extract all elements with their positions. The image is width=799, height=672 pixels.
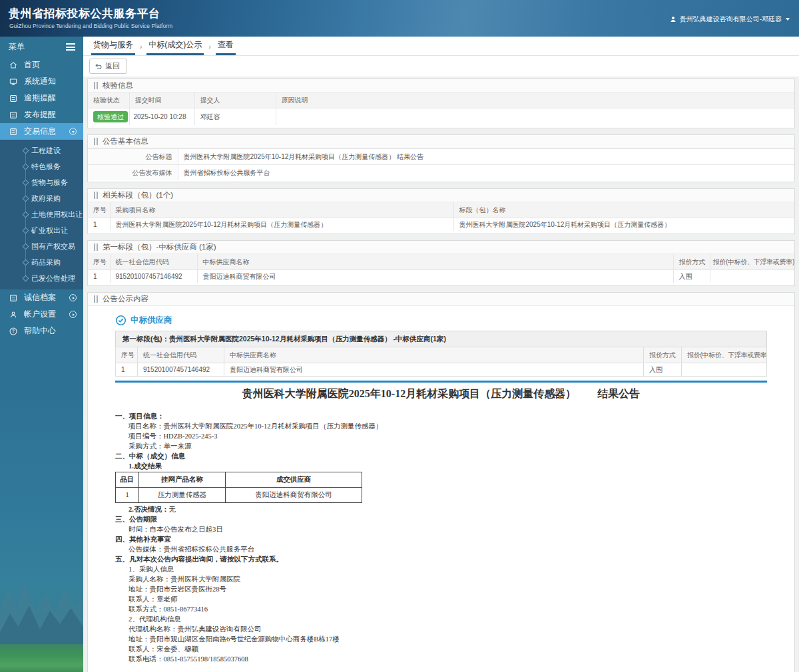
col-header: 提交人 xyxy=(194,92,276,108)
col-header: 挂网产品名称 xyxy=(139,472,226,488)
user-menu[interactable]: 贵州弘典建设咨询有限公司-邓廷容 xyxy=(669,15,790,24)
col-header: 报价(中标价、下浮率或费率) xyxy=(682,347,767,363)
doc-line: 1.成交结果 xyxy=(129,461,767,471)
document-icon xyxy=(9,127,18,136)
doc-lines-a: 一、项目信息：项目名称：贵州医科大学附属医院2025年10-12月耗材采购项目（… xyxy=(115,411,767,471)
submenu-item[interactable]: 政府采购 xyxy=(0,190,83,206)
row-index: 1 xyxy=(88,218,110,232)
supplier-name: 贵阳迈迪科商贸有限公司 xyxy=(197,270,673,283)
section-marker-icon xyxy=(94,295,98,303)
user-name: 贵州弘典建设咨询有限公司-邓廷容 xyxy=(680,15,782,24)
sidebar-item-overdue[interactable]: 逾期提醒 xyxy=(0,90,83,106)
table-row: 核验通过 2025-10-20 10:28 邓廷容 xyxy=(88,108,794,126)
main-area: 货物与服务 › 中标(成交)公示 › 查看 返回 核验信息 核验状态 提交时间 … xyxy=(83,37,799,672)
submenu-item[interactable]: 药品采购 xyxy=(0,254,83,270)
col-header: 序号 xyxy=(116,347,138,363)
col-header: 中标供应商名称 xyxy=(224,347,644,363)
sidebar-item-label: 帮助中心 xyxy=(24,325,56,337)
supplier-name: 贵阳迈迪科商贸有限公司 xyxy=(224,363,644,377)
submit-time: 2025-10-20 10:28 xyxy=(129,108,194,126)
doc-line: 采购方式：单一来源 xyxy=(129,441,767,451)
sidebar-item-credit[interactable]: 诚信档案 xyxy=(0,289,83,306)
item-no: 1 xyxy=(116,488,139,503)
submenu-item[interactable]: 工程建设 xyxy=(0,142,83,158)
col-header: 序号 xyxy=(88,254,110,270)
doc-line: 二、中标（成交）信息 xyxy=(115,451,767,461)
related-table: 序号 采购项目名称 标段（包）名称 1 贵州医科大学附属医院2025年10-12… xyxy=(88,202,794,231)
sidebar-item-help[interactable]: ? 帮助中心 xyxy=(0,323,83,339)
sidebar-item-label: 发布提醒 xyxy=(24,109,56,120)
sidebar-item-notices[interactable]: 系统通知 xyxy=(0,73,83,90)
winner-heading: 中标供应商 xyxy=(115,315,767,326)
hamburger-icon[interactable] xyxy=(66,43,75,51)
submenu-item[interactable]: 矿业权出让 xyxy=(0,222,83,238)
back-button[interactable]: 返回 xyxy=(89,59,127,74)
list-icon xyxy=(9,293,18,303)
quote-value xyxy=(682,363,767,377)
doc-line: 三、公告期限 xyxy=(115,514,767,524)
sidebar-item-trade[interactable]: 交易信息 xyxy=(0,123,83,140)
section-header: 核验信息 xyxy=(88,79,794,92)
submitter: 邓廷容 xyxy=(194,108,276,126)
chevron-right-icon xyxy=(69,311,77,318)
field-label: 公告发布媒体 xyxy=(88,165,178,181)
col-header: 报价方式 xyxy=(673,254,710,270)
section-marker-icon xyxy=(94,244,98,251)
sidebar-item-publish[interactable]: 发布提醒 xyxy=(0,106,83,123)
doc-line: 五、凡对本次公告内容提出询间，请按以下方式联系。 xyxy=(115,554,767,564)
reason xyxy=(276,108,794,126)
doc-line: 联系人：章老师 xyxy=(129,594,767,604)
row-index: 1 xyxy=(116,363,138,377)
sidebar-header: 菜单 xyxy=(0,37,83,57)
home-icon xyxy=(9,61,18,70)
section-verify: 核验信息 核验状态 提交时间 提交人 原因说明 核验通过 2025-10-20 … xyxy=(87,79,795,128)
section-header: 相关标段（包）(1个) xyxy=(88,189,794,202)
sidebar-item-account[interactable]: 帐户设置 xyxy=(0,306,83,323)
submenu-item[interactable]: 已发公告处理 xyxy=(0,270,83,286)
sidebar-item-home[interactable]: 首页 xyxy=(0,57,83,73)
submenu-item[interactable]: 国有产权交易 xyxy=(0,238,83,254)
breadcrumb-item[interactable]: 中标(成交)公示 xyxy=(146,35,204,55)
section-marker-icon xyxy=(94,82,98,89)
doc-line: 2、代理机构信息 xyxy=(129,614,767,624)
section-marker-icon xyxy=(94,138,98,145)
question-icon: ? xyxy=(9,327,18,336)
credit-code: 915201007457146492 xyxy=(110,270,197,283)
col-header: 成交供应商 xyxy=(226,472,362,488)
col-header: 中标供应商名称 xyxy=(197,254,673,270)
section-header: 公告基本信息 xyxy=(88,135,794,148)
col-header: 序号 xyxy=(88,202,110,218)
col-header: 提交时间 xyxy=(129,92,194,108)
breadcrumb-item[interactable]: 查看 xyxy=(216,35,236,55)
submenu-item[interactable]: 特色服务 xyxy=(0,158,83,174)
document-icon xyxy=(9,110,18,120)
result-table: 品目 挂网产品名称 成交供应商 1 压力测量传感器 贵阳迈迪科商贸有限公司 xyxy=(115,472,362,503)
field-value: 贵州医科大学附属医院2025年10-12月耗材采购项目（压力测量传感器） 结果公… xyxy=(178,149,794,165)
col-header: 统一社会信用代码 xyxy=(110,254,197,270)
section-marker-icon xyxy=(94,192,98,199)
doc-line: 地址：贵阳市云岩区贵医街28号 xyxy=(129,584,767,594)
col-header: 核验状态 xyxy=(88,92,129,108)
submenu-item[interactable]: 土地使用权出让 xyxy=(0,206,83,222)
section-title: 第一标段（包）-中标供应商 (1家) xyxy=(103,243,216,252)
person-icon xyxy=(9,310,18,319)
product-name: 压力测量传感器 xyxy=(139,488,226,503)
doc-line: 项目名称：贵州医科大学附属医院2025年10-12月耗材采购项目（压力测量传感器… xyxy=(129,421,767,431)
doc-line: 地址：贵阳市观山湖区金阳南路6号世纪金源购物中心商务楼B栋17楼 xyxy=(129,634,767,644)
breadcrumb-item[interactable]: 货物与服务 xyxy=(91,35,135,55)
field-value: 贵州省招标投标公共服务平台 xyxy=(178,165,794,181)
doc-line: 联系人：宋金委、穆颖 xyxy=(129,644,767,654)
table-row: 1 压力测量传感器 贵阳迈迪科商贸有限公司 xyxy=(116,488,362,503)
table-row: 公告标题 贵州医科大学附属医院2025年10-12月耗材采购项目（压力测量传感器… xyxy=(88,149,794,165)
winner-heading-label: 中标供应商 xyxy=(131,315,172,326)
col-header: 采购项目名称 xyxy=(110,202,453,218)
basic-table: 公告标题 贵州医科大学附属医院2025年10-12月耗材采购项目（压力测量传感器… xyxy=(88,148,794,180)
winners-table: 序号 统一社会信用代码 中标供应商名称 报价方式 报价(中标价、下浮率或费率) … xyxy=(88,254,794,283)
doc-lines-b: 2.否决情况：无三、公告期限时间：自本公告发布之日起3日四、其他补充事宜公告媒体… xyxy=(115,504,767,664)
chevron-right-icon xyxy=(69,294,77,301)
doc-line: 一、项目信息： xyxy=(115,411,767,421)
submenu-item[interactable]: 货物与服务 xyxy=(0,174,83,190)
deal-supplier: 贵阳迈迪科商贸有限公司 xyxy=(226,488,362,503)
col-header: 报价(中标价、下浮率或费率) xyxy=(710,254,794,270)
section-winners: 第一标段（包）-中标供应商 (1家) 序号 统一社会信用代码 中标供应商名称 报… xyxy=(87,240,795,286)
